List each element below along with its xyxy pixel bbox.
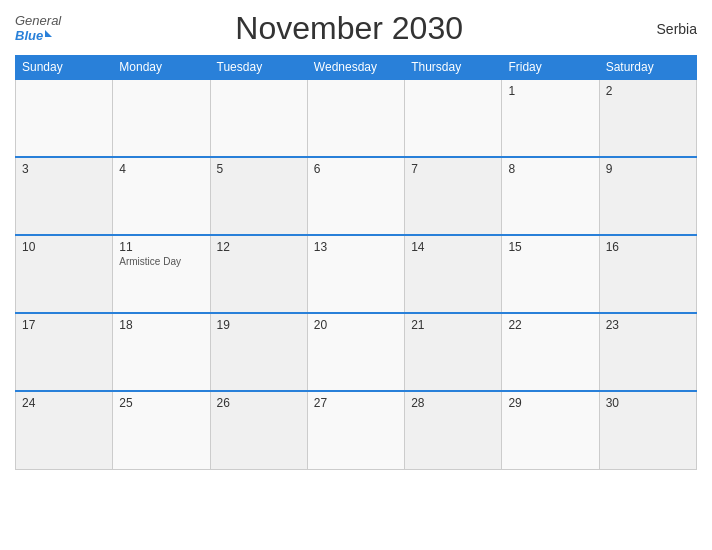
- day-number: 23: [606, 318, 690, 332]
- day-cell: 12: [210, 235, 307, 313]
- day-cell: 15: [502, 235, 599, 313]
- day-cell: [210, 79, 307, 157]
- day-cell: [405, 79, 502, 157]
- day-cell: 6: [307, 157, 404, 235]
- week-row-2: 3456789: [16, 157, 697, 235]
- day-number: 19: [217, 318, 301, 332]
- day-cell: 27: [307, 391, 404, 469]
- day-cell: [16, 79, 113, 157]
- logo-blue-text: Blue: [15, 29, 43, 43]
- day-cell: 24: [16, 391, 113, 469]
- day-cell: 30: [599, 391, 696, 469]
- day-number: 12: [217, 240, 301, 254]
- header-thursday: Thursday: [405, 56, 502, 80]
- day-number: 15: [508, 240, 592, 254]
- day-cell: 2: [599, 79, 696, 157]
- day-cell: 26: [210, 391, 307, 469]
- day-number: 2: [606, 84, 690, 98]
- day-cell: 13: [307, 235, 404, 313]
- day-cell: 16: [599, 235, 696, 313]
- header-saturday: Saturday: [599, 56, 696, 80]
- day-number: 8: [508, 162, 592, 176]
- country-label: Serbia: [637, 21, 697, 37]
- logo: General Blue: [15, 14, 61, 43]
- day-cell: 9: [599, 157, 696, 235]
- week-row-5: 24252627282930: [16, 391, 697, 469]
- day-cell: 20: [307, 313, 404, 391]
- day-cell: 22: [502, 313, 599, 391]
- day-number: 9: [606, 162, 690, 176]
- day-number: 30: [606, 396, 690, 410]
- calendar-grid: Sunday Monday Tuesday Wednesday Thursday…: [15, 55, 697, 470]
- day-number: 27: [314, 396, 398, 410]
- header-monday: Monday: [113, 56, 210, 80]
- day-number: 10: [22, 240, 106, 254]
- day-number: 24: [22, 396, 106, 410]
- day-number: 18: [119, 318, 203, 332]
- week-row-1: 12: [16, 79, 697, 157]
- day-number: 22: [508, 318, 592, 332]
- day-cell: 3: [16, 157, 113, 235]
- day-cell: 5: [210, 157, 307, 235]
- day-cell: 8: [502, 157, 599, 235]
- weekday-header-row: Sunday Monday Tuesday Wednesday Thursday…: [16, 56, 697, 80]
- day-number: 7: [411, 162, 495, 176]
- day-cell: 7: [405, 157, 502, 235]
- calendar-container: General Blue November 2030 Serbia Sunday…: [0, 0, 712, 550]
- day-number: 17: [22, 318, 106, 332]
- logo-triangle-icon: [45, 30, 52, 37]
- day-number: 26: [217, 396, 301, 410]
- day-cell: 19: [210, 313, 307, 391]
- day-number: 25: [119, 396, 203, 410]
- day-number: 11: [119, 240, 203, 254]
- day-number: 28: [411, 396, 495, 410]
- day-cell: 23: [599, 313, 696, 391]
- day-cell: 11Armistice Day: [113, 235, 210, 313]
- day-cell: 25: [113, 391, 210, 469]
- header-tuesday: Tuesday: [210, 56, 307, 80]
- header-wednesday: Wednesday: [307, 56, 404, 80]
- day-cell: 29: [502, 391, 599, 469]
- logo-general-text: General: [15, 14, 61, 28]
- header-friday: Friday: [502, 56, 599, 80]
- day-number: 4: [119, 162, 203, 176]
- day-number: 14: [411, 240, 495, 254]
- day-cell: 18: [113, 313, 210, 391]
- day-cell: 10: [16, 235, 113, 313]
- month-title: November 2030: [61, 10, 637, 47]
- week-row-4: 17181920212223: [16, 313, 697, 391]
- day-cell: 28: [405, 391, 502, 469]
- day-number: 20: [314, 318, 398, 332]
- day-cell: 1: [502, 79, 599, 157]
- day-cell: [307, 79, 404, 157]
- day-number: 13: [314, 240, 398, 254]
- day-number: 21: [411, 318, 495, 332]
- day-number: 5: [217, 162, 301, 176]
- day-number: 3: [22, 162, 106, 176]
- day-number: 16: [606, 240, 690, 254]
- day-number: 1: [508, 84, 592, 98]
- header: General Blue November 2030 Serbia: [15, 10, 697, 47]
- day-number: 29: [508, 396, 592, 410]
- day-cell: 17: [16, 313, 113, 391]
- day-cell: 21: [405, 313, 502, 391]
- day-cell: [113, 79, 210, 157]
- holiday-label: Armistice Day: [119, 256, 203, 267]
- day-cell: 14: [405, 235, 502, 313]
- week-row-3: 1011Armistice Day1213141516: [16, 235, 697, 313]
- header-sunday: Sunday: [16, 56, 113, 80]
- day-number: 6: [314, 162, 398, 176]
- day-cell: 4: [113, 157, 210, 235]
